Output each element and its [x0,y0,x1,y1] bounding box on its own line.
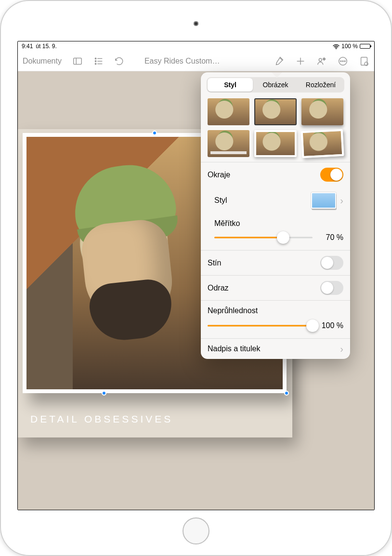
opacity-slider[interactable] [208,319,313,332]
scale-value: 70 % [317,233,343,242]
scale-row: Měřítko [201,214,350,228]
border-style-row[interactable]: Styl › [201,187,350,214]
camera-dot [194,21,198,26]
border-toggle[interactable] [320,168,343,182]
svg-rect-1 [74,58,82,64]
tab-image[interactable]: Obrázek [253,78,298,92]
svg-point-5 [95,60,96,61]
sidebar-icon[interactable] [72,56,83,66]
ipad-frame: 9:41 út 15. 9. 100 % Dokumenty Easy R [0,0,392,556]
opacity-slider-row: 100 % [201,316,350,338]
border-label: Okraje [208,171,320,179]
svg-point-12 [319,58,322,61]
scale-slider-row: 70 % [201,228,350,250]
undo-icon[interactable] [115,56,125,66]
svg-point-7 [95,63,96,64]
shadow-toggle[interactable] [320,256,343,270]
tab-layout[interactable]: Rozložení [298,78,343,92]
title-caption-row[interactable]: Nadpis a titulek › [201,338,350,359]
tab-style[interactable]: Styl [208,78,253,92]
app-toolbar: Dokumenty Easy Rides Custom… [18,51,374,71]
style-preset-1[interactable] [208,98,249,125]
style-preset-6[interactable] [301,129,344,158]
wifi-icon [333,44,340,49]
style-presets [201,96,350,162]
scale-slider[interactable] [214,231,313,244]
reflection-label: Odraz [208,284,320,292]
page-caption: DETAIL OBSESSIVES [30,413,173,425]
outline-icon[interactable] [93,56,104,66]
home-button[interactable] [183,517,209,544]
resize-handle-se[interactable] [284,391,289,396]
more-icon[interactable] [338,56,348,66]
svg-point-19 [344,61,345,62]
shadow-label: Stín [208,259,320,267]
svg-rect-20 [361,57,367,65]
resize-handle-top[interactable] [152,131,157,135]
reflection-row: Odraz [201,275,350,300]
svg-point-18 [342,61,343,62]
reflection-toggle[interactable] [320,281,343,295]
border-style-swatch [311,192,336,209]
style-preset-5[interactable] [254,130,296,157]
reading-mode-icon[interactable] [359,56,369,66]
svg-point-17 [340,61,341,62]
status-date: út 15. 9. [36,43,56,50]
resize-handle-bottom[interactable] [102,391,106,396]
opacity-label: Neprůhlednost [201,300,350,316]
style-preset-4[interactable] [208,130,249,157]
scale-label: Měřítko [214,219,343,228]
shadow-row: Stín [201,250,350,275]
border-style-label: Styl [214,196,311,205]
opacity-value: 100 % [317,321,343,330]
border-row: Okraje [201,162,350,187]
screen: 9:41 út 15. 9. 100 % Dokumenty Easy R [17,41,375,510]
format-tabs: Styl Obrázek Rozložení [207,77,344,93]
style-preset-2[interactable] [254,98,296,125]
format-brush-icon[interactable] [274,56,285,66]
format-popover: Styl Obrázek Rozložení Okraje Styl › [201,72,350,359]
battery-pct: 100 % [341,43,358,50]
status-bar: 9:41 út 15. 9. 100 % [18,41,374,51]
insert-plus-icon[interactable] [295,56,306,66]
svg-point-3 [95,58,96,59]
collaborate-icon[interactable] [316,56,327,66]
image-content-shape [87,277,175,343]
style-preset-3[interactable] [301,98,343,125]
status-time: 9:41 [22,43,33,50]
chevron-right-icon: › [340,344,343,354]
battery-icon [360,44,370,49]
document-title[interactable]: Easy Rides Custom… [144,57,220,66]
chevron-right-icon: › [340,196,343,205]
title-caption-label: Nadpis a titulek [208,344,340,353]
svg-point-0 [336,48,337,49]
back-documents-button[interactable]: Dokumenty [23,57,62,66]
